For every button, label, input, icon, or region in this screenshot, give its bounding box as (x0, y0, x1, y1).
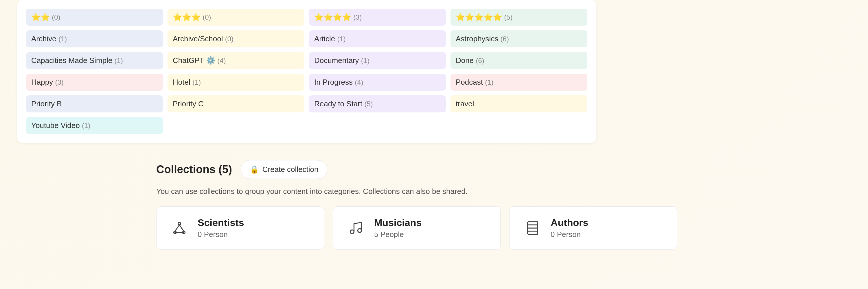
svg-line-4 (179, 225, 184, 231)
collection-name: Scientists (197, 217, 244, 228)
tag-item[interactable]: Podcast (1) (451, 74, 587, 91)
main-container: ⭐⭐ (0)⭐⭐⭐ (0)⭐⭐⭐⭐ (3)⭐⭐⭐⭐⭐ (5)Archive (1… (0, 0, 868, 289)
svg-point-7 (358, 228, 362, 232)
collections-title: Collections (5) (156, 163, 232, 176)
tags-section: ⭐⭐ (0)⭐⭐⭐ (0)⭐⭐⭐⭐ (3)⭐⭐⭐⭐⭐ (5)Archive (1… (18, 0, 596, 143)
tag-item[interactable]: In Progress (4) (309, 74, 446, 91)
collections-description: You can use collections to group your co… (156, 187, 850, 196)
books-icon (522, 220, 542, 236)
tag-item[interactable]: Documentary (1) (309, 52, 446, 69)
collection-info: Authors0 Person (551, 217, 588, 239)
collection-card[interactable]: Musicians5 People (333, 206, 500, 250)
collection-info: Scientists0 Person (197, 217, 244, 239)
tag-item[interactable]: travel (451, 95, 587, 112)
tag-item[interactable]: Happy (3) (26, 74, 163, 91)
tags-grid: ⭐⭐ (0)⭐⭐⭐ (0)⭐⭐⭐⭐ (3)⭐⭐⭐⭐⭐ (5)Archive (1… (26, 9, 587, 134)
lock-icon: 🔒 (250, 165, 259, 174)
collections-header: Collections (5) 🔒 Create collection (156, 160, 850, 179)
collection-count: 5 People (374, 230, 422, 239)
tag-item[interactable]: Astrophysics (6) (451, 30, 587, 47)
tag-item[interactable]: Archive (1) (26, 30, 163, 47)
collection-count: 0 Person (197, 230, 244, 239)
collection-info: Musicians5 People (374, 217, 422, 239)
collection-card[interactable]: Authors0 Person (509, 206, 677, 250)
svg-point-6 (350, 230, 354, 234)
tag-item[interactable]: ⭐⭐ (0) (26, 9, 163, 26)
tag-item[interactable]: Hotel (1) (167, 74, 304, 91)
collection-card[interactable]: Scientists0 Person (156, 206, 324, 250)
svg-line-3 (175, 225, 179, 231)
tag-item[interactable]: Capacities Made Simple (1) (26, 52, 163, 69)
tag-item[interactable]: Archive/School (0) (167, 30, 304, 47)
tag-item[interactable]: ⭐⭐⭐ (0) (167, 9, 304, 26)
tag-item[interactable]: ⭐⭐⭐⭐⭐ (5) (451, 9, 587, 26)
tag-item[interactable]: Youtube Video (1) (26, 117, 163, 134)
tag-item[interactable]: Article (1) (309, 30, 446, 47)
tag-item[interactable]: Done (6) (451, 52, 587, 69)
tag-item[interactable]: Priority B (26, 95, 163, 112)
create-collection-label: Create collection (262, 165, 318, 174)
tag-item[interactable]: Priority C (167, 95, 304, 112)
collection-name: Authors (551, 217, 588, 228)
collections-cards: Scientists0 PersonMusicians5 PeopleAutho… (156, 206, 850, 250)
music-icon (346, 220, 366, 236)
network-icon (169, 220, 189, 236)
collections-section: Collections (5) 🔒 Create collection You … (156, 160, 850, 250)
collection-count: 0 Person (551, 230, 588, 239)
collection-name: Musicians (374, 217, 422, 228)
create-collection-button[interactable]: 🔒 Create collection (241, 160, 328, 179)
tag-item[interactable]: Ready to Start (5) (309, 95, 446, 112)
tag-item[interactable]: ChatGPT ⚙️ (4) (167, 52, 304, 69)
tag-item[interactable]: ⭐⭐⭐⭐ (3) (309, 9, 446, 26)
